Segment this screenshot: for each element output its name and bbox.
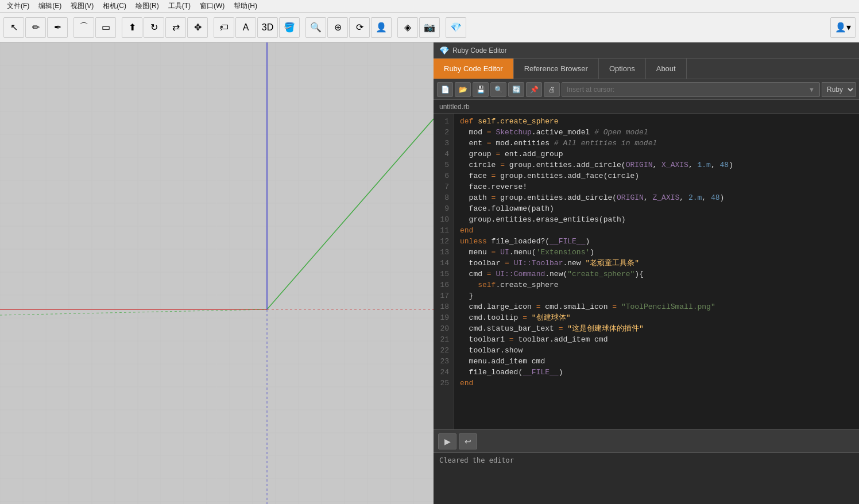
insert-input[interactable] — [567, 86, 808, 94]
tab-ruby-code-editor[interactable]: Ruby Code Editor — [434, 59, 514, 79]
filename-bar: untitled.rb — [434, 100, 859, 114]
replace-button[interactable]: 🔄 — [508, 82, 524, 97]
menu-view[interactable]: 视图(V) — [66, 0, 98, 12]
tool-zoom[interactable]: 🔍 — [305, 17, 326, 38]
menubar: 文件(F) 编辑(E) 视图(V) 相机(C) 绘图(R) 工具(T) 窗口(W… — [0, 0, 859, 13]
tool-orbit[interactable]: ⟳ — [349, 17, 370, 38]
tool-rectangle[interactable]: ▭ — [95, 17, 116, 38]
editor-toolbar: 📄 📂 💾 🔍 🔄 📌 🖨 ▼ Ruby Text — [434, 79, 859, 100]
tool-select[interactable]: ↖ — [3, 17, 24, 38]
menu-tools[interactable]: 工具(T) — [164, 0, 195, 12]
run-toolbar: ▶ ↩ — [434, 429, 859, 452]
menu-edit[interactable]: 编辑(E) — [34, 0, 66, 12]
tool-move[interactable]: ✥ — [187, 17, 208, 38]
tab-options[interactable]: Options — [599, 59, 646, 79]
tab-bar: Ruby Code Editor Reference Browser Optio… — [434, 59, 859, 79]
tool-zoom-ext[interactable]: ⊕ — [327, 17, 348, 38]
menu-help[interactable]: 帮助(H) — [229, 0, 262, 12]
tool-text[interactable]: A — [235, 17, 256, 38]
tool-pushpull[interactable]: ⬆ — [122, 17, 142, 38]
save-file-button[interactable]: 💾 — [473, 82, 489, 97]
run-button[interactable]: ▶ — [438, 433, 456, 449]
code-content[interactable]: def self.create_sphere mod = Sketchup.ac… — [454, 114, 859, 429]
open-file-button[interactable]: 📂 — [455, 82, 471, 97]
menu-draw[interactable]: 绘图(R) — [131, 0, 164, 12]
tool-camera[interactable]: 📷 — [419, 17, 440, 38]
insert-at-cursor-field[interactable]: ▼ — [562, 82, 820, 97]
menu-file[interactable]: 文件(F) — [2, 0, 34, 12]
tool-rotate[interactable]: ↻ — [144, 17, 164, 38]
search-button[interactable]: 🔍 — [490, 82, 506, 97]
panel-titlebar: 💎 Ruby Code Editor — [434, 42, 859, 59]
line-numbers: 12345 678910 1112131415 1617181920 21222… — [434, 114, 454, 429]
tool-paint[interactable]: 🪣 — [279, 17, 300, 38]
tool-pencil[interactable]: ✒ — [47, 17, 68, 38]
tool-3dtext[interactable]: 3D — [257, 17, 278, 38]
ruby-diamond-icon: 💎 — [439, 46, 449, 55]
tool-tag[interactable]: 🏷 — [214, 17, 234, 38]
pin-button[interactable]: 📌 — [526, 82, 542, 97]
tab-reference-browser[interactable]: Reference Browser — [514, 59, 599, 79]
filename-label: untitled.rb — [439, 103, 470, 111]
sketchup-canvas[interactable] — [0, 42, 434, 504]
tab-about[interactable]: About — [646, 59, 687, 79]
tool-section[interactable]: ◈ — [397, 17, 418, 38]
output-area: Cleared the editor — [434, 452, 859, 504]
right-panel: 💎 Ruby Code Editor Ruby Code Editor Refe… — [434, 42, 859, 504]
code-editor[interactable]: 12345 678910 1112131415 1617181920 21222… — [434, 114, 859, 429]
menu-window[interactable]: 窗口(W) — [195, 0, 229, 12]
new-file-button[interactable]: 📄 — [437, 82, 453, 97]
print-button[interactable]: 🖨 — [544, 82, 560, 97]
main-area: 💎 Ruby Code Editor Ruby Code Editor Refe… — [0, 42, 859, 504]
language-select[interactable]: Ruby Text — [822, 82, 856, 97]
tool-arc[interactable]: ⌒ — [73, 17, 94, 38]
tool-walk[interactable]: 👤 — [371, 17, 392, 38]
panel-title: Ruby Code Editor — [452, 46, 507, 55]
menu-camera[interactable]: 相机(C) — [98, 0, 131, 12]
tool-ruby[interactable]: 💎 — [446, 17, 466, 38]
tool-eraser[interactable]: ✏ — [25, 17, 46, 38]
main-toolbar: ↖ ✏ ✒ ⌒ ▭ ⬆ ↻ ⇄ ✥ 🏷 A 3D 🪣 🔍 ⊕ ⟳ 👤 ◈ 📷 💎… — [0, 13, 859, 42]
tool-user[interactable]: 👤▾ — [830, 17, 856, 38]
output-text: Cleared the editor — [439, 456, 514, 464]
clear-button[interactable]: ↩ — [459, 433, 477, 449]
tool-flip[interactable]: ⇄ — [165, 17, 186, 38]
